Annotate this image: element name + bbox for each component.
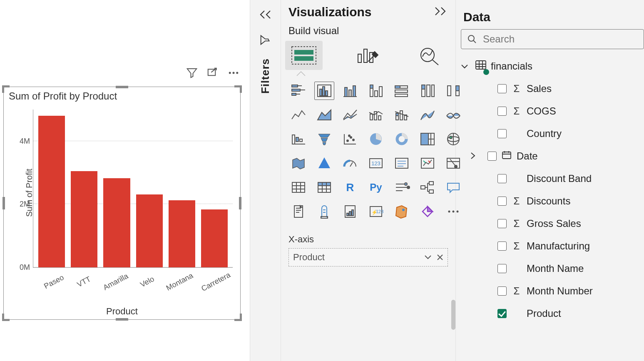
- viz-type-line-stacked[interactable]: [392, 106, 412, 124]
- bar[interactable]: [38, 116, 65, 267]
- field-checkbox[interactable]: [487, 152, 497, 161]
- field-checkbox[interactable]: [497, 264, 507, 273]
- chart-visual[interactable]: Sum of Profit by Product Sum of Profit 0…: [3, 87, 241, 320]
- chevron-down-icon[interactable]: [461, 60, 471, 72]
- viz-type-qna[interactable]: [443, 178, 463, 197]
- viz-type-100-stacked-column[interactable]: [418, 82, 438, 100]
- field-checkbox[interactable]: [497, 129, 507, 138]
- selection-handle[interactable]: [2, 197, 5, 209]
- field-row[interactable]: Date: [461, 145, 644, 167]
- bar[interactable]: [103, 178, 130, 268]
- search-input[interactable]: [482, 33, 582, 45]
- selection-handle[interactable]: [116, 86, 128, 88]
- viz-type-matrix[interactable]: [314, 178, 334, 197]
- collapse-pane-icon[interactable]: [433, 6, 447, 18]
- field-row[interactable]: ΣManufacturing: [461, 235, 644, 257]
- viz-type-goals[interactable]: [314, 202, 334, 221]
- viz-type-clustered-column[interactable]: [314, 82, 334, 100]
- viz-type-area[interactable]: [314, 106, 334, 124]
- chevron-right-icon[interactable]: [470, 150, 480, 162]
- x-axis-well-label: X-axis: [288, 234, 448, 245]
- search-box[interactable]: [461, 29, 644, 49]
- viz-type-stacked-bar[interactable]: [288, 82, 308, 100]
- viz-type-line[interactable]: [288, 106, 308, 124]
- field-row[interactable]: ΣGross Sales: [461, 212, 644, 235]
- bar[interactable]: [201, 209, 228, 267]
- filters-pane-collapsed[interactable]: Filters: [250, 0, 281, 361]
- viz-type-decomposition-tree[interactable]: [418, 178, 438, 197]
- viz-type-kpi[interactable]: [418, 154, 438, 172]
- field-row[interactable]: ΣMonth Number: [461, 280, 644, 302]
- viz-type-stacked-column[interactable]: [340, 82, 360, 100]
- viz-type-clustered-bar[interactable]: [366, 82, 386, 100]
- analytics-tab[interactable]: [411, 41, 449, 70]
- field-row[interactable]: Product: [461, 302, 644, 325]
- field-checkbox[interactable]: [497, 84, 507, 93]
- viz-type-filled-map[interactable]: [288, 154, 308, 172]
- field-row[interactable]: Month Name: [461, 257, 644, 280]
- viz-type-shape-map[interactable]: [392, 202, 412, 221]
- selection-handle[interactable]: [234, 85, 242, 93]
- viz-type-smart-narrative[interactable]: [288, 202, 308, 221]
- viz-type-funnel[interactable]: [314, 130, 334, 148]
- viz-type-slicer[interactable]: [443, 154, 463, 172]
- selection-handle[interactable]: [116, 318, 128, 321]
- field-row[interactable]: Country: [461, 122, 644, 145]
- remove-field-icon[interactable]: [437, 254, 443, 261]
- bar[interactable]: [169, 200, 195, 267]
- viz-type-py-visual[interactable]: Py: [366, 178, 386, 197]
- field-name: Sales: [527, 83, 552, 95]
- viz-type-map[interactable]: [443, 130, 463, 148]
- viz-type-azure-map[interactable]: [314, 154, 334, 172]
- selection-handle[interactable]: [239, 197, 241, 209]
- x-axis-field-well[interactable]: Product: [288, 248, 448, 266]
- expand-filters-icon[interactable]: [259, 9, 273, 22]
- field-checkbox[interactable]: [497, 241, 507, 251]
- field-checkbox[interactable]: [497, 107, 507, 116]
- viz-type-gauge[interactable]: [340, 154, 360, 172]
- table-node[interactable]: financials: [461, 55, 644, 77]
- field-row[interactable]: ΣCOGS: [461, 100, 644, 122]
- viz-type-funnel-alt[interactable]: [443, 106, 463, 124]
- viz-type-pie[interactable]: [366, 130, 386, 148]
- field-checkbox[interactable]: [497, 286, 507, 296]
- scrollbar[interactable]: [451, 300, 455, 330]
- viz-type-table[interactable]: [288, 178, 308, 197]
- viz-type-waterfall-2[interactable]: [288, 130, 308, 148]
- field-checkbox[interactable]: [497, 174, 507, 183]
- chevron-down-icon[interactable]: [424, 255, 432, 260]
- viz-type-treemap[interactable]: [418, 130, 438, 148]
- build-visual-tab[interactable]: [285, 41, 323, 70]
- viz-type-card[interactable]: 123: [366, 154, 386, 172]
- focus-mode-icon[interactable]: [206, 67, 219, 79]
- viz-type-waterfall[interactable]: [418, 106, 438, 124]
- field-row[interactable]: ΣSales: [461, 77, 644, 100]
- viz-type-scatter[interactable]: [340, 130, 360, 148]
- viz-type-r-visual[interactable]: R: [340, 178, 360, 197]
- viz-type-more-visuals[interactable]: [443, 202, 463, 221]
- filter-icon[interactable]: [186, 67, 198, 79]
- more-options-icon[interactable]: [227, 67, 240, 79]
- viz-type-powerautomate[interactable]: [418, 202, 438, 221]
- bar[interactable]: [136, 194, 163, 267]
- field-checkbox[interactable]: [497, 219, 507, 228]
- viz-type-100-stacked-bar[interactable]: [392, 82, 412, 100]
- field-checkbox[interactable]: [497, 309, 507, 318]
- field-row[interactable]: ΣDiscounts: [461, 190, 644, 212]
- viz-type-line-clustered[interactable]: [366, 106, 386, 124]
- svg-rect-27: [395, 90, 408, 92]
- field-checkbox[interactable]: [497, 197, 507, 206]
- format-visual-tab[interactable]: [348, 41, 386, 70]
- viz-type-ribbon[interactable]: [443, 82, 463, 100]
- viz-type-powerapps[interactable]: ⚡123: [366, 202, 386, 221]
- report-canvas[interactable]: Sum of Profit by Product Sum of Profit 0…: [0, 0, 250, 361]
- build-visual-subtitle: Build visual: [281, 22, 455, 41]
- viz-type-key-influencers[interactable]: [392, 178, 412, 197]
- selection-handle[interactable]: [2, 85, 10, 93]
- viz-type-multirow-card[interactable]: [392, 154, 412, 172]
- bar[interactable]: [71, 171, 97, 267]
- field-row[interactable]: Discount Band: [461, 167, 644, 190]
- viz-type-stacked-area[interactable]: [340, 106, 360, 124]
- viz-type-paginated[interactable]: [340, 202, 360, 221]
- viz-type-donut[interactable]: [392, 130, 412, 148]
